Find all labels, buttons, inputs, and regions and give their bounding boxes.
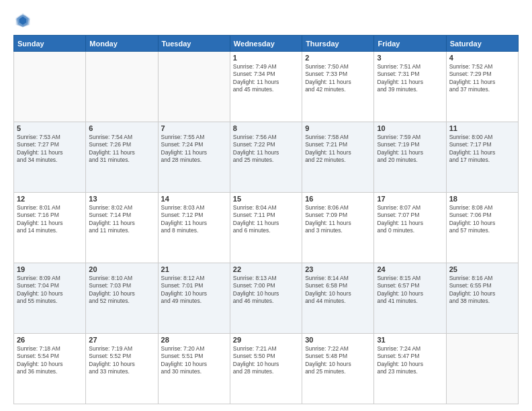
calendar-cell: 13Sunrise: 8:02 AM Sunset: 7:14 PM Dayli… <box>86 193 158 263</box>
day-number: 14 <box>161 195 227 203</box>
day-number: 21 <box>161 265 227 273</box>
header <box>13 11 519 30</box>
day-number: 25 <box>449 265 515 273</box>
calendar-cell: 17Sunrise: 8:07 AM Sunset: 7:07 PM Dayli… <box>374 193 446 263</box>
calendar-cell: 24Sunrise: 8:15 AM Sunset: 6:57 PM Dayli… <box>374 263 446 334</box>
day-number: 26 <box>17 336 83 344</box>
day-info: Sunrise: 7:20 AM Sunset: 5:51 PM Dayligh… <box>161 345 227 376</box>
day-info: Sunrise: 8:09 AM Sunset: 7:04 PM Dayligh… <box>17 275 83 306</box>
calendar-week-3: 19Sunrise: 8:09 AM Sunset: 7:04 PM Dayli… <box>14 263 519 334</box>
day-info: Sunrise: 7:18 AM Sunset: 5:54 PM Dayligh… <box>17 345 83 376</box>
calendar-cell: 2Sunrise: 7:50 AM Sunset: 7:33 PM Daylig… <box>302 52 374 122</box>
day-number: 28 <box>161 336 227 344</box>
weekday-header-monday: Monday <box>86 36 158 52</box>
day-number: 5 <box>17 124 83 132</box>
weekday-header-row: SundayMondayTuesdayWednesdayThursdayFrid… <box>14 36 519 52</box>
day-number: 7 <box>161 124 227 132</box>
weekday-header-wednesday: Wednesday <box>230 36 302 52</box>
calendar-cell: 1Sunrise: 7:49 AM Sunset: 7:34 PM Daylig… <box>230 52 302 122</box>
calendar-cell: 27Sunrise: 7:19 AM Sunset: 5:52 PM Dayli… <box>86 334 158 404</box>
calendar-cell: 31Sunrise: 7:24 AM Sunset: 5:47 PM Dayli… <box>374 334 446 404</box>
weekday-header-sunday: Sunday <box>14 36 86 52</box>
weekday-header-thursday: Thursday <box>302 36 374 52</box>
day-info: Sunrise: 8:10 AM Sunset: 7:03 PM Dayligh… <box>89 275 154 306</box>
calendar-cell: 20Sunrise: 8:10 AM Sunset: 7:03 PM Dayli… <box>86 263 158 334</box>
calendar-cell <box>86 52 158 122</box>
day-info: Sunrise: 8:13 AM Sunset: 7:00 PM Dayligh… <box>233 275 299 306</box>
day-number: 20 <box>89 265 154 273</box>
day-info: Sunrise: 7:22 AM Sunset: 5:48 PM Dayligh… <box>305 345 371 376</box>
calendar-cell <box>158 52 230 122</box>
day-info: Sunrise: 8:01 AM Sunset: 7:16 PM Dayligh… <box>17 204 83 235</box>
calendar-cell <box>446 334 518 404</box>
day-info: Sunrise: 8:07 AM Sunset: 7:07 PM Dayligh… <box>377 204 443 235</box>
calendar-cell: 21Sunrise: 8:12 AM Sunset: 7:01 PM Dayli… <box>158 263 230 334</box>
calendar-cell: 23Sunrise: 8:14 AM Sunset: 6:58 PM Dayli… <box>302 263 374 334</box>
calendar-cell: 5Sunrise: 7:53 AM Sunset: 7:27 PM Daylig… <box>14 122 86 193</box>
day-number: 13 <box>89 195 154 203</box>
day-number: 3 <box>377 54 443 62</box>
calendar-week-1: 5Sunrise: 7:53 AM Sunset: 7:27 PM Daylig… <box>14 122 519 193</box>
day-number: 27 <box>89 336 154 344</box>
calendar-cell: 14Sunrise: 8:03 AM Sunset: 7:12 PM Dayli… <box>158 193 230 263</box>
day-info: Sunrise: 7:54 AM Sunset: 7:26 PM Dayligh… <box>89 134 154 165</box>
day-info: Sunrise: 7:53 AM Sunset: 7:27 PM Dayligh… <box>17 134 83 165</box>
calendar-cell: 11Sunrise: 8:00 AM Sunset: 7:17 PM Dayli… <box>446 122 518 193</box>
calendar-cell: 12Sunrise: 8:01 AM Sunset: 7:16 PM Dayli… <box>14 193 86 263</box>
day-number: 19 <box>17 265 83 273</box>
day-number: 22 <box>233 265 299 273</box>
day-info: Sunrise: 7:58 AM Sunset: 7:21 PM Dayligh… <box>305 134 371 165</box>
day-number: 23 <box>305 265 371 273</box>
day-info: Sunrise: 7:24 AM Sunset: 5:47 PM Dayligh… <box>377 345 443 376</box>
day-info: Sunrise: 7:50 AM Sunset: 7:33 PM Dayligh… <box>305 63 371 94</box>
day-info: Sunrise: 7:55 AM Sunset: 7:24 PM Dayligh… <box>161 134 227 165</box>
calendar-cell: 30Sunrise: 7:22 AM Sunset: 5:48 PM Dayli… <box>302 334 374 404</box>
day-info: Sunrise: 7:21 AM Sunset: 5:50 PM Dayligh… <box>233 345 299 376</box>
day-number: 1 <box>233 54 299 62</box>
day-info: Sunrise: 7:19 AM Sunset: 5:52 PM Dayligh… <box>89 345 154 376</box>
calendar-cell: 16Sunrise: 8:06 AM Sunset: 7:09 PM Dayli… <box>302 193 374 263</box>
day-info: Sunrise: 8:06 AM Sunset: 7:09 PM Dayligh… <box>305 204 371 235</box>
day-number: 12 <box>17 195 83 203</box>
calendar-cell: 19Sunrise: 8:09 AM Sunset: 7:04 PM Dayli… <box>14 263 86 334</box>
day-number: 16 <box>305 195 371 203</box>
day-info: Sunrise: 7:51 AM Sunset: 7:31 PM Dayligh… <box>377 63 443 94</box>
day-info: Sunrise: 8:02 AM Sunset: 7:14 PM Dayligh… <box>89 204 154 235</box>
day-info: Sunrise: 7:52 AM Sunset: 7:29 PM Dayligh… <box>449 63 515 94</box>
weekday-header-saturday: Saturday <box>446 36 518 52</box>
day-info: Sunrise: 8:08 AM Sunset: 7:06 PM Dayligh… <box>449 204 515 235</box>
calendar-table: SundayMondayTuesdayWednesdayThursdayFrid… <box>13 35 519 404</box>
calendar-cell: 18Sunrise: 8:08 AM Sunset: 7:06 PM Dayli… <box>446 193 518 263</box>
day-number: 18 <box>449 195 515 203</box>
weekday-header-friday: Friday <box>374 36 446 52</box>
day-number: 29 <box>233 336 299 344</box>
day-number: 8 <box>233 124 299 132</box>
day-number: 31 <box>377 336 443 344</box>
day-number: 17 <box>377 195 443 203</box>
day-info: Sunrise: 7:49 AM Sunset: 7:34 PM Dayligh… <box>233 63 299 94</box>
calendar-cell: 15Sunrise: 8:04 AM Sunset: 7:11 PM Dayli… <box>230 193 302 263</box>
calendar-cell: 26Sunrise: 7:18 AM Sunset: 5:54 PM Dayli… <box>14 334 86 404</box>
day-info: Sunrise: 8:16 AM Sunset: 6:55 PM Dayligh… <box>449 275 515 306</box>
day-number: 4 <box>449 54 515 62</box>
day-number: 10 <box>377 124 443 132</box>
page: SundayMondayTuesdayWednesdayThursdayFrid… <box>0 0 532 411</box>
day-info: Sunrise: 8:00 AM Sunset: 7:17 PM Dayligh… <box>449 134 515 165</box>
day-info: Sunrise: 7:59 AM Sunset: 7:19 PM Dayligh… <box>377 134 443 165</box>
calendar-cell: 8Sunrise: 7:56 AM Sunset: 7:22 PM Daylig… <box>230 122 302 193</box>
weekday-header-tuesday: Tuesday <box>158 36 230 52</box>
logo-icon <box>13 11 32 30</box>
logo <box>13 11 35 30</box>
calendar-cell <box>14 52 86 122</box>
day-number: 9 <box>305 124 371 132</box>
calendar-cell: 28Sunrise: 7:20 AM Sunset: 5:51 PM Dayli… <box>158 334 230 404</box>
calendar-cell: 10Sunrise: 7:59 AM Sunset: 7:19 PM Dayli… <box>374 122 446 193</box>
day-number: 6 <box>89 124 154 132</box>
calendar-week-2: 12Sunrise: 8:01 AM Sunset: 7:16 PM Dayli… <box>14 193 519 263</box>
calendar-cell: 6Sunrise: 7:54 AM Sunset: 7:26 PM Daylig… <box>86 122 158 193</box>
day-info: Sunrise: 8:04 AM Sunset: 7:11 PM Dayligh… <box>233 204 299 235</box>
calendar-cell: 29Sunrise: 7:21 AM Sunset: 5:50 PM Dayli… <box>230 334 302 404</box>
calendar-week-0: 1Sunrise: 7:49 AM Sunset: 7:34 PM Daylig… <box>14 52 519 122</box>
day-info: Sunrise: 8:14 AM Sunset: 6:58 PM Dayligh… <box>305 275 371 306</box>
calendar-cell: 25Sunrise: 8:16 AM Sunset: 6:55 PM Dayli… <box>446 263 518 334</box>
